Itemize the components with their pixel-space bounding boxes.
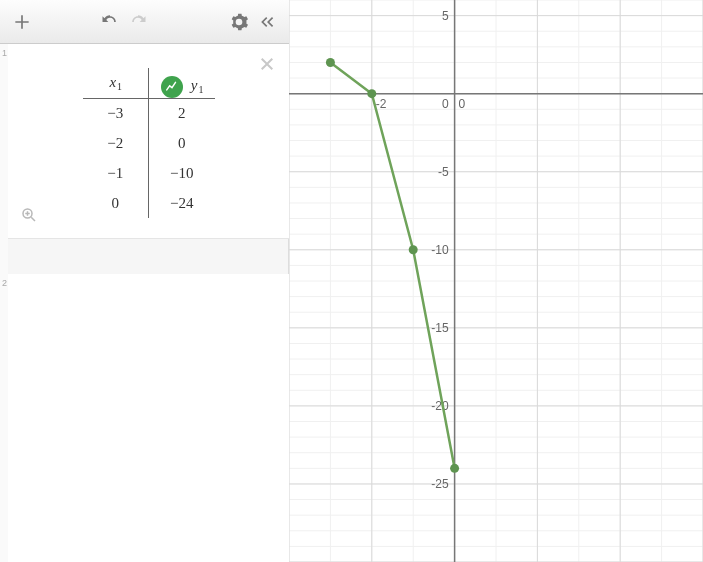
settings-button[interactable] [225,8,253,36]
svg-text:-25: -25 [431,477,449,491]
svg-text:-10: -10 [431,243,449,257]
svg-point-80 [450,464,459,473]
table-row[interactable]: −2 0 [83,128,215,158]
graph-canvas[interactable]: -205-5-10-15-20-250 [289,0,703,562]
zoom-in-icon [20,206,38,224]
collapse-panel-button[interactable] [253,8,281,36]
graph-svg: -205-5-10-15-20-250 [289,0,703,562]
chevron-double-left-icon [257,12,277,32]
table-expression-card[interactable]: x1 y1 −3 2 −2 0 [8,44,289,239]
svg-point-79 [409,245,418,254]
expression-index-1: 1 [2,48,7,58]
cell-y[interactable]: 2 [149,98,215,128]
cell-y[interactable]: 0 [149,128,215,158]
svg-text:-5: -5 [438,165,449,179]
toolbar [0,0,289,44]
zoom-fit-button[interactable] [20,206,38,228]
svg-text:0: 0 [442,97,449,111]
line-series-icon [165,80,179,94]
y-sub-label: 1 [198,84,203,95]
series-toggle-badge[interactable] [161,76,183,98]
cell-x[interactable]: −1 [83,158,149,188]
table-row[interactable]: 0 −24 [83,188,215,218]
panel-gutter [0,44,8,562]
undo-button[interactable] [96,8,124,36]
table-row[interactable]: −1 −10 [83,158,215,188]
cell-x[interactable]: −2 [83,128,149,158]
delete-expression-button[interactable] [255,52,279,80]
cell-x[interactable]: 0 [83,188,149,218]
blank-expression-card[interactable] [8,274,289,562]
close-icon [255,52,279,76]
table-header-x[interactable]: x1 [83,68,149,98]
y-var-label: y [191,77,198,93]
x-sub-label: 1 [117,81,122,92]
cell-x[interactable]: −3 [83,98,149,128]
add-button[interactable] [8,8,36,36]
svg-point-77 [326,58,335,67]
svg-line-1 [31,217,35,221]
svg-text:0: 0 [459,97,466,111]
table-body: −3 2 −2 0 −1 −10 0 −24 [83,98,215,218]
cell-y[interactable]: −10 [149,158,215,188]
table-header-y[interactable]: y1 [149,68,215,98]
plus-icon [12,12,32,32]
data-table[interactable]: x1 y1 −3 2 −2 0 [83,68,215,218]
x-var-label: x [109,74,116,90]
redo-icon [128,12,148,32]
svg-text:-20: -20 [431,399,449,413]
gear-icon [229,12,249,32]
expression-panel: 1 x1 y1 [0,44,289,562]
expression-index-2: 2 [2,278,7,288]
undo-icon [100,12,120,32]
cell-y[interactable]: −24 [149,188,215,218]
redo-button[interactable] [124,8,152,36]
svg-point-78 [367,89,376,98]
svg-text:5: 5 [442,9,449,23]
svg-text:-15: -15 [431,321,449,335]
svg-text:-2: -2 [376,97,387,111]
table-row[interactable]: −3 2 [83,98,215,128]
